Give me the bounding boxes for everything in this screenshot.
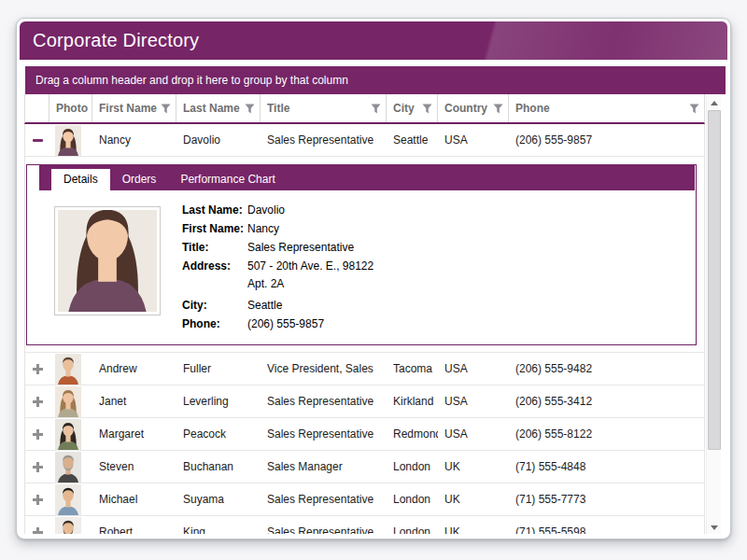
employee-photo: [58, 210, 157, 312]
scrollbar-thumb[interactable]: [708, 110, 721, 450]
photo-cell: [49, 484, 92, 515]
country-cell: USA: [438, 362, 509, 375]
filter-icon[interactable]: [493, 104, 503, 114]
detail-field-line: Davolio: [247, 202, 285, 219]
last-name-cell: Suyama: [176, 493, 261, 506]
table-row-nancy-davolio[interactable]: NancyDavolioSales RepresentativeSeattleU…: [25, 124, 704, 157]
table-row-janet-leverling[interactable]: JanetLeverlingSales RepresentativeKirkla…: [25, 385, 704, 418]
country-cell: UK: [438, 460, 509, 473]
last-name-cell: Leverling: [176, 395, 261, 408]
detail-field-line: Apt. 2A: [247, 275, 374, 293]
detail-field-label: City:: [182, 297, 247, 315]
city-cell: Redmond: [387, 427, 438, 441]
minus-icon[interactable]: [33, 139, 43, 142]
title-cell: Sales Representative: [261, 493, 387, 506]
detail-tabstrip: DetailsOrdersPerformance Chart: [39, 164, 695, 190]
window-titlebar[interactable]: Corporate Directory: [20, 21, 727, 60]
photo-cell: [49, 419, 92, 450]
table-row-robert-king[interactable]: RobertKingSales RepresentativeLondonUK(7…: [25, 516, 704, 534]
detail-field-line: 507 - 20th Ave. E., 98122: [247, 258, 374, 275]
detail-photo-frame: [54, 206, 161, 315]
phone-cell: (206) 555-3412: [509, 395, 704, 408]
city-cell: Seattle: [387, 133, 438, 147]
employee-photo: [55, 386, 81, 417]
tab-orders[interactable]: Orders: [110, 169, 169, 190]
plus-icon[interactable]: [33, 429, 43, 440]
triangle-down-icon: [711, 525, 718, 530]
expand-cell: [25, 139, 49, 142]
funnel-icon: [371, 104, 381, 114]
column-header-phone[interactable]: Phone: [509, 94, 704, 122]
column-header-title[interactable]: Title: [261, 94, 387, 122]
column-header-last_name[interactable]: Last Name: [176, 94, 261, 122]
funnel-icon: [422, 104, 432, 114]
plus-icon[interactable]: [33, 527, 43, 535]
photo-cell: [49, 354, 92, 385]
table-row-steven-buchanan[interactable]: StevenBuchananSales ManagerLondonUK(71) …: [25, 451, 704, 483]
title-cell: Sales Representative: [261, 395, 387, 408]
filter-icon[interactable]: [371, 104, 381, 114]
plus-icon[interactable]: [33, 462, 43, 472]
group-by-bar[interactable]: Drag a column header and drop it here to…: [25, 66, 726, 94]
column-header-label: Phone: [515, 102, 550, 115]
plus-icon[interactable]: [33, 397, 43, 407]
filter-icon[interactable]: [422, 104, 432, 114]
column-header-label: City: [393, 102, 415, 115]
column-header-photo[interactable]: Photo: [49, 94, 92, 122]
detail-field: City:Seattle: [182, 297, 374, 315]
table-row-andrew-fuller[interactable]: AndrewFullerVice President, SalesTacomaU…: [25, 353, 704, 385]
detail-field-label: Address:: [182, 258, 247, 293]
directory-window: Corporate Directory Drag a column header…: [16, 18, 731, 539]
column-header-label: Photo: [56, 102, 88, 115]
grid-rows: NancyDavolioSales RepresentativeSeattleU…: [25, 124, 704, 534]
phone-cell: (71) 555-5598: [509, 525, 704, 534]
grid-viewport: NancyDavolioSales RepresentativeSeattleU…: [24, 124, 705, 534]
plus-icon[interactable]: [33, 364, 43, 374]
last-name-cell: Fuller: [176, 362, 261, 375]
first-name-cell: Margaret: [92, 427, 176, 441]
vertical-scrollbar[interactable]: [706, 96, 721, 534]
filter-icon[interactable]: [689, 104, 699, 114]
filter-icon[interactable]: [245, 104, 255, 114]
phone-cell: (206) 555-9857: [509, 133, 704, 147]
employee-photo: [55, 419, 81, 450]
expand-cell: [25, 495, 49, 505]
detail-field: First Name:Nancy: [182, 220, 374, 238]
content-area: Drag a column header and drop it here to…: [20, 60, 727, 536]
scroll-up-button[interactable]: [707, 96, 722, 109]
column-header-country[interactable]: Country: [438, 94, 509, 122]
funnel-icon: [245, 104, 255, 114]
first-name-cell: Steven: [92, 460, 176, 473]
column-header-label: Country: [444, 102, 487, 115]
funnel-icon: [493, 104, 503, 114]
plus-icon[interactable]: [33, 495, 43, 505]
last-name-cell: Peacock: [176, 427, 261, 441]
column-header-city[interactable]: City: [387, 94, 438, 122]
last-name-cell: Buchanan: [176, 460, 261, 473]
first-name-cell: Michael: [92, 493, 176, 506]
detail-field: Phone:(206) 555-9857: [182, 315, 374, 333]
detail-field-line: Seattle: [247, 297, 282, 315]
detail-field-value: Sales Representative: [247, 239, 354, 257]
expand-cell: [25, 462, 49, 472]
tab-details[interactable]: Details: [51, 169, 110, 190]
employee-photo: [55, 354, 81, 385]
table-row-margaret-peacock[interactable]: MargaretPeacockSales RepresentativeRedmo…: [25, 418, 704, 451]
first-name-cell: Nancy: [92, 133, 176, 147]
photo-cell: [49, 517, 92, 534]
window-title: Corporate Directory: [33, 30, 199, 51]
table-row-michael-suyama[interactable]: MichaelSuyamaSales RepresentativeLondonU…: [25, 483, 704, 516]
column-header-first_name[interactable]: First Name: [92, 94, 176, 122]
tab-performance-chart[interactable]: Performance Chart: [168, 169, 287, 190]
last-name-cell: Davolio: [176, 133, 261, 147]
scroll-down-button[interactable]: [707, 521, 722, 534]
column-header-label: First Name: [99, 102, 157, 115]
filter-icon[interactable]: [161, 104, 171, 114]
detail-field: Address:507 - 20th Ave. E., 98122Apt. 2A: [182, 258, 374, 293]
city-cell: Kirkland: [387, 395, 438, 408]
column-header-expand: [25, 94, 49, 122]
funnel-icon: [161, 104, 171, 114]
title-cell: Sales Representative: [261, 525, 387, 534]
grid-header: PhotoFirst NameLast NameTitleCityCountry…: [24, 94, 705, 124]
first-name-cell: Janet: [92, 395, 176, 408]
